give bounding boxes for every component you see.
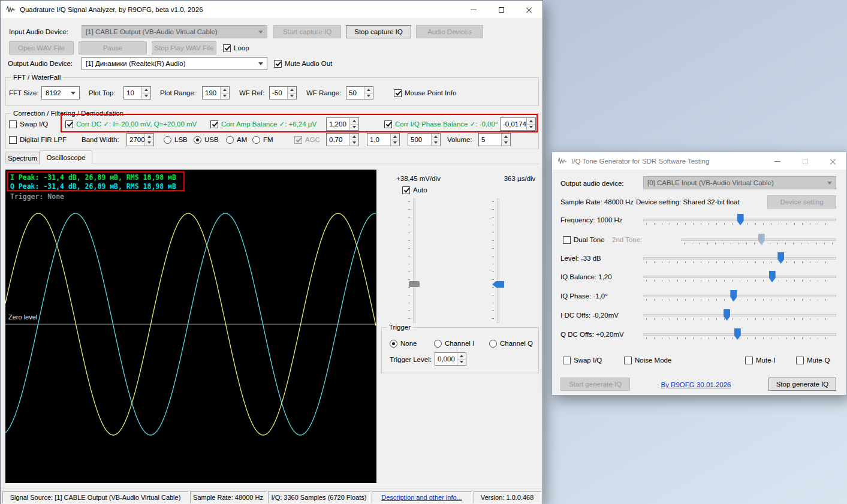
plot-top-label: Plot Top: xyxy=(89,89,116,97)
volts-slider-thumb[interactable] xyxy=(409,281,420,287)
digital-fir-lpf-checkbox[interactable]: Digital FIR LPF xyxy=(9,135,67,144)
trigger-channel-i-radio[interactable]: Channel I xyxy=(434,339,474,348)
time-per-div-slider[interactable] xyxy=(491,198,505,323)
minimize-button[interactable] xyxy=(460,1,487,19)
spin-up-icon[interactable] xyxy=(350,118,358,124)
spin-up-icon[interactable] xyxy=(432,134,440,140)
dual-tone-checkbox[interactable]: Dual Tone xyxy=(563,235,605,245)
trigger-channel-q-radio[interactable]: Channel Q xyxy=(489,339,533,348)
iq-balance-slider[interactable] xyxy=(643,270,836,283)
author-link[interactable]: By R9OFG 30.01.2026 xyxy=(654,381,738,389)
mute-i-checkbox[interactable]: Mute-I xyxy=(745,355,776,365)
tab-oscilloscope[interactable]: Oscilloscope xyxy=(40,150,92,164)
digital-fir-lpf-checkbox-label: Digital FIR LPF xyxy=(20,136,67,143)
stop-capture-button[interactable]: Stop capture IQ xyxy=(346,25,411,38)
mode-lsb-radio[interactable]: LSB xyxy=(164,135,188,144)
frequency-slider[interactable] xyxy=(643,213,836,227)
band-width-spinner[interactable]: 2700 xyxy=(126,133,154,146)
plot-range-spinner[interactable]: 190 xyxy=(202,86,230,99)
stop-generate-button[interactable]: Stop generate IQ xyxy=(768,378,836,391)
spin-up-icon[interactable] xyxy=(527,118,535,124)
close-button[interactable] xyxy=(819,152,846,170)
spin-down-icon[interactable] xyxy=(288,93,296,99)
agc-checkbox: AGC xyxy=(294,135,320,144)
corr-dc-checkbox[interactable]: Corr DC ✓: I=-20,00 mV, Q=+20,00 mV xyxy=(65,119,197,129)
spin-down-icon[interactable] xyxy=(142,93,150,99)
second-tone-slider xyxy=(681,233,836,246)
level-slider[interactable] xyxy=(643,252,836,265)
spin-down-icon[interactable] xyxy=(350,140,358,146)
mute-q-checkbox[interactable]: Mute-Q xyxy=(796,355,830,365)
fft-size-combo[interactable]: 8192 xyxy=(41,86,80,99)
close-button[interactable] xyxy=(515,1,542,19)
slider-track[interactable] xyxy=(413,198,415,323)
wf-range-spinner[interactable]: 50 xyxy=(346,86,373,99)
iq-phase-slider[interactable] xyxy=(643,289,836,303)
volts-per-div-slider[interactable] xyxy=(407,198,421,323)
analyzer-titlebar[interactable]: Quadrature I/Q Signal Analyzer, by R9OFG… xyxy=(1,1,542,19)
corr-phase-balance-spinner[interactable]: -0,0174 xyxy=(500,117,536,131)
spin-up-icon[interactable] xyxy=(350,134,358,140)
spin-down-icon[interactable] xyxy=(432,140,440,146)
spin-down-icon[interactable] xyxy=(350,124,358,131)
slider-track[interactable] xyxy=(497,198,499,323)
spin-down-icon[interactable] xyxy=(391,140,399,146)
maximize-icon xyxy=(803,159,808,164)
i-peak-readout: I Peak: -31,4 dB, 26,89 мВ, RMS 18,98 мВ xyxy=(10,173,176,182)
minimize-icon xyxy=(774,161,780,162)
maximize-button[interactable] xyxy=(487,1,515,19)
auto-scale-checkbox[interactable]: Auto xyxy=(402,185,427,195)
slider-track[interactable] xyxy=(643,257,836,259)
volume-spinner[interactable]: 5 xyxy=(478,133,511,146)
spin-down-icon[interactable] xyxy=(145,140,153,146)
swap-iq-checkbox-label: Swap I/Q xyxy=(20,120,48,128)
trigger-none-radio[interactable]: None xyxy=(390,339,417,348)
gen-swap-iq-checkbox-box xyxy=(563,357,571,364)
spin-up-icon[interactable] xyxy=(142,87,150,93)
corr-amp-balance-checkbox[interactable]: Corr Amp Balance ✓: +6,24 µV xyxy=(210,119,317,129)
mode-am-radio[interactable]: AM xyxy=(226,135,247,144)
spin-down-icon[interactable] xyxy=(457,359,466,366)
slider-track[interactable] xyxy=(643,276,836,278)
generator-titlebar[interactable]: I/Q Tone Generator for SDR Software Test… xyxy=(552,152,846,170)
status-description-link[interactable]: Description and other info... xyxy=(372,491,472,503)
trigger-level-spinner[interactable]: 0,000 xyxy=(435,352,466,366)
tab-spectrum[interactable]: Spectrum xyxy=(5,152,40,164)
spin-up-icon[interactable] xyxy=(391,134,399,140)
gen-swap-iq-checkbox[interactable]: Swap I/Q xyxy=(563,355,602,365)
corr-amp-balance-spinner[interactable]: 1,200 xyxy=(326,117,359,131)
spin-down-icon[interactable] xyxy=(221,93,229,99)
swap-iq-checkbox[interactable]: Swap I/Q xyxy=(9,119,48,129)
spin-up-icon[interactable] xyxy=(457,353,466,359)
corr-amp-balance-value: 1,200 xyxy=(327,118,349,130)
mouse-point-info-checkbox[interactable]: Mouse Point Info xyxy=(394,88,456,98)
spin-down-icon[interactable] xyxy=(502,140,510,146)
agc-spinner-1[interactable]: 0,70 xyxy=(326,133,359,146)
spin-up-icon[interactable] xyxy=(221,87,229,93)
q-dc-offs-label: Q DC Offs: +0,20mV xyxy=(560,330,624,339)
output-device-combo[interactable]: [1] Динамики (Realtek(R) Audio) xyxy=(82,57,267,70)
plot-top-spinner[interactable]: 10 xyxy=(123,86,151,99)
agc-checkbox-label: AGC xyxy=(305,136,320,143)
spin-up-icon[interactable] xyxy=(288,87,296,93)
agc-spinner-3[interactable]: 500 xyxy=(408,133,441,146)
mode-fm-radio[interactable]: FM xyxy=(252,135,273,144)
spin-down-icon[interactable] xyxy=(527,124,535,131)
noise-mode-checkbox[interactable]: Noise Mode xyxy=(624,355,671,365)
agc-spinner-2[interactable]: 1,0 xyxy=(367,133,400,146)
spin-up-icon[interactable] xyxy=(502,134,510,140)
corr-phase-balance-checkbox[interactable]: Corr I/Q Phase Balance ✓: -0,00° xyxy=(384,119,498,129)
slider-track[interactable] xyxy=(643,295,836,297)
spin-down-icon[interactable] xyxy=(364,93,373,99)
minimize-button[interactable] xyxy=(764,152,791,170)
slider-track[interactable] xyxy=(643,314,836,316)
loop-checkbox[interactable]: Loop xyxy=(223,43,249,53)
mode-usb-radio[interactable]: USB xyxy=(194,135,219,144)
mute-audio-checkbox[interactable]: Mute Audio Out xyxy=(274,59,332,68)
spin-up-icon[interactable] xyxy=(145,134,153,140)
wf-ref-spinner[interactable]: -50 xyxy=(269,86,297,99)
q-dc-offs-slider[interactable] xyxy=(643,328,836,341)
spin-up-icon[interactable] xyxy=(364,87,373,93)
i-dc-offs-slider[interactable] xyxy=(643,309,836,322)
time-slider-thumb[interactable] xyxy=(492,281,504,288)
